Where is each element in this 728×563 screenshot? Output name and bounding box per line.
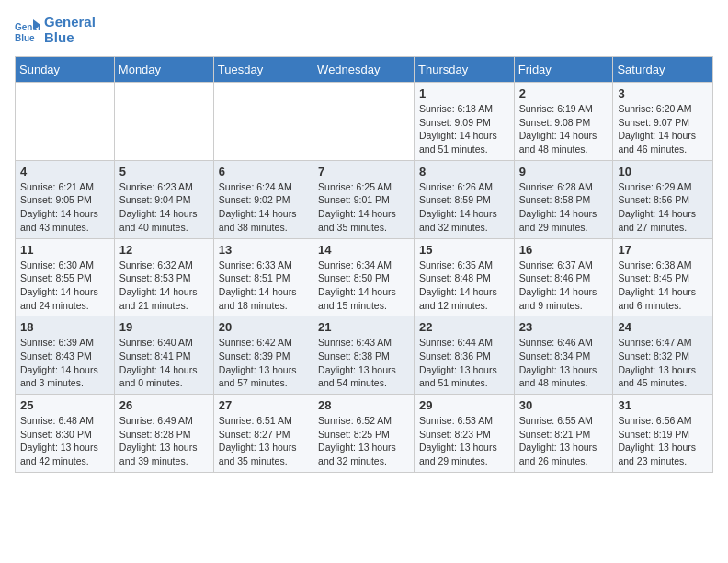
day-cell: [313, 83, 415, 161]
svg-text:Blue: Blue: [15, 33, 35, 43]
day-cell: 26Sunrise: 6:49 AM Sunset: 8:28 PM Dayli…: [114, 395, 213, 473]
logo-icon: General Blue: [15, 17, 40, 43]
day-cell: 18Sunrise: 6:39 AM Sunset: 8:43 PM Dayli…: [16, 316, 115, 395]
day-cell: 3Sunrise: 6:20 AM Sunset: 9:07 PM Daylig…: [613, 83, 713, 161]
day-number: 13: [219, 243, 308, 257]
day-number: 17: [618, 243, 708, 257]
day-number: 10: [618, 165, 708, 178]
day-number: 30: [519, 398, 609, 412]
week-row-3: 11Sunrise: 6:30 AM Sunset: 8:55 PM Dayli…: [16, 238, 713, 316]
day-cell: [114, 83, 213, 161]
day-cell: 8Sunrise: 6:26 AM Sunset: 8:59 PM Daylig…: [415, 160, 515, 238]
day-cell: 5Sunrise: 6:23 AM Sunset: 9:04 PM Daylig…: [114, 160, 213, 238]
day-info: Sunrise: 6:33 AM Sunset: 8:51 PM Dayligh…: [219, 259, 308, 313]
day-info: Sunrise: 6:55 AM Sunset: 8:21 PM Dayligh…: [519, 414, 609, 468]
day-info: Sunrise: 6:39 AM Sunset: 8:43 PM Dayligh…: [20, 336, 109, 390]
day-info: Sunrise: 6:40 AM Sunset: 8:41 PM Dayligh…: [119, 336, 209, 390]
day-number: 20: [219, 320, 308, 334]
day-number: 3: [618, 86, 708, 100]
day-number: 1: [419, 86, 509, 100]
day-number: 11: [20, 243, 109, 257]
day-number: 25: [20, 398, 109, 412]
day-number: 8: [419, 165, 509, 178]
week-row-5: 25Sunrise: 6:48 AM Sunset: 8:30 PM Dayli…: [16, 395, 713, 473]
day-cell: 16Sunrise: 6:37 AM Sunset: 8:46 PM Dayli…: [514, 238, 613, 316]
day-info: Sunrise: 6:44 AM Sunset: 8:36 PM Dayligh…: [419, 336, 509, 390]
day-info: Sunrise: 6:28 AM Sunset: 8:58 PM Dayligh…: [519, 180, 609, 235]
day-info: Sunrise: 6:29 AM Sunset: 8:56 PM Dayligh…: [618, 180, 708, 235]
day-cell: 20Sunrise: 6:42 AM Sunset: 8:39 PM Dayli…: [213, 316, 313, 395]
day-cell: 29Sunrise: 6:53 AM Sunset: 8:23 PM Dayli…: [415, 395, 515, 473]
day-cell: 2Sunrise: 6:19 AM Sunset: 9:08 PM Daylig…: [514, 83, 613, 161]
day-info: Sunrise: 6:35 AM Sunset: 8:48 PM Dayligh…: [419, 259, 509, 313]
day-number: 27: [219, 398, 308, 412]
day-cell: 10Sunrise: 6:29 AM Sunset: 8:56 PM Dayli…: [613, 160, 713, 238]
day-info: Sunrise: 6:43 AM Sunset: 8:38 PM Dayligh…: [318, 336, 409, 390]
weekday-header-thursday: Thursday: [415, 57, 515, 83]
day-number: 24: [618, 320, 708, 334]
day-number: 26: [119, 398, 209, 412]
day-number: 5: [119, 165, 209, 178]
day-number: 21: [318, 320, 409, 334]
calendar-table: SundayMondayTuesdayWednesdayThursdayFrid…: [15, 56, 713, 473]
day-cell: 15Sunrise: 6:35 AM Sunset: 8:48 PM Dayli…: [415, 238, 515, 316]
day-cell: 17Sunrise: 6:38 AM Sunset: 8:45 PM Dayli…: [613, 238, 713, 316]
day-cell: 23Sunrise: 6:46 AM Sunset: 8:34 PM Dayli…: [514, 316, 613, 395]
logo-line1: General: [44, 15, 96, 30]
day-info: Sunrise: 6:47 AM Sunset: 8:32 PM Dayligh…: [618, 336, 708, 390]
weekday-header-friday: Friday: [514, 57, 613, 83]
day-number: 2: [519, 86, 609, 100]
logo-line2: Blue: [44, 30, 96, 46]
day-info: Sunrise: 6:20 AM Sunset: 9:07 PM Dayligh…: [618, 102, 708, 156]
day-cell: 12Sunrise: 6:32 AM Sunset: 8:53 PM Dayli…: [114, 238, 213, 316]
day-number: 9: [519, 165, 609, 178]
day-info: Sunrise: 6:56 AM Sunset: 8:19 PM Dayligh…: [618, 414, 708, 468]
day-number: 6: [219, 165, 308, 178]
day-info: Sunrise: 6:18 AM Sunset: 9:09 PM Dayligh…: [419, 102, 509, 156]
day-cell: 30Sunrise: 6:55 AM Sunset: 8:21 PM Dayli…: [514, 395, 613, 473]
day-info: Sunrise: 6:42 AM Sunset: 8:39 PM Dayligh…: [219, 336, 308, 390]
day-cell: 11Sunrise: 6:30 AM Sunset: 8:55 PM Dayli…: [16, 238, 115, 316]
day-cell: 14Sunrise: 6:34 AM Sunset: 8:50 PM Dayli…: [313, 238, 415, 316]
day-cell: 9Sunrise: 6:28 AM Sunset: 8:58 PM Daylig…: [514, 160, 613, 238]
weekday-header-row: SundayMondayTuesdayWednesdayThursdayFrid…: [16, 57, 713, 83]
day-info: Sunrise: 6:37 AM Sunset: 8:46 PM Dayligh…: [519, 259, 609, 313]
day-info: Sunrise: 6:51 AM Sunset: 8:27 PM Dayligh…: [219, 414, 308, 468]
weekday-header-wednesday: Wednesday: [313, 57, 415, 83]
day-cell: 22Sunrise: 6:44 AM Sunset: 8:36 PM Dayli…: [415, 316, 515, 395]
day-cell: 6Sunrise: 6:24 AM Sunset: 9:02 PM Daylig…: [213, 160, 313, 238]
day-info: Sunrise: 6:26 AM Sunset: 8:59 PM Dayligh…: [419, 180, 509, 235]
day-cell: 1Sunrise: 6:18 AM Sunset: 9:09 PM Daylig…: [415, 83, 515, 161]
day-number: 19: [119, 320, 209, 334]
day-info: Sunrise: 6:46 AM Sunset: 8:34 PM Dayligh…: [519, 336, 609, 390]
day-info: Sunrise: 6:49 AM Sunset: 8:28 PM Dayligh…: [119, 414, 209, 468]
day-info: Sunrise: 6:21 AM Sunset: 9:05 PM Dayligh…: [20, 180, 109, 235]
day-cell: 4Sunrise: 6:21 AM Sunset: 9:05 PM Daylig…: [16, 160, 115, 238]
day-number: 22: [419, 320, 509, 334]
day-info: Sunrise: 6:30 AM Sunset: 8:55 PM Dayligh…: [20, 259, 109, 313]
logo: General Blue General Blue: [15, 15, 96, 45]
week-row-1: 1Sunrise: 6:18 AM Sunset: 9:09 PM Daylig…: [16, 83, 713, 161]
day-number: 15: [419, 243, 509, 257]
day-number: 23: [519, 320, 609, 334]
day-cell: 13Sunrise: 6:33 AM Sunset: 8:51 PM Dayli…: [213, 238, 313, 316]
day-info: Sunrise: 6:48 AM Sunset: 8:30 PM Dayligh…: [20, 414, 109, 468]
weekday-header-saturday: Saturday: [613, 57, 713, 83]
day-info: Sunrise: 6:24 AM Sunset: 9:02 PM Dayligh…: [219, 180, 308, 235]
day-info: Sunrise: 6:52 AM Sunset: 8:25 PM Dayligh…: [318, 414, 409, 468]
day-cell: 19Sunrise: 6:40 AM Sunset: 8:41 PM Dayli…: [114, 316, 213, 395]
day-number: 18: [20, 320, 109, 334]
day-number: 4: [20, 165, 109, 178]
page-header: General Blue General Blue: [15, 15, 713, 45]
day-cell: 7Sunrise: 6:25 AM Sunset: 9:01 PM Daylig…: [313, 160, 415, 238]
day-cell: 25Sunrise: 6:48 AM Sunset: 8:30 PM Dayli…: [16, 395, 115, 473]
day-cell: 31Sunrise: 6:56 AM Sunset: 8:19 PM Dayli…: [613, 395, 713, 473]
day-cell: [16, 83, 115, 161]
day-number: 29: [419, 398, 509, 412]
day-number: 12: [119, 243, 209, 257]
week-row-4: 18Sunrise: 6:39 AM Sunset: 8:43 PM Dayli…: [16, 316, 713, 395]
weekday-header-monday: Monday: [114, 57, 213, 83]
day-cell: 21Sunrise: 6:43 AM Sunset: 8:38 PM Dayli…: [313, 316, 415, 395]
day-info: Sunrise: 6:53 AM Sunset: 8:23 PM Dayligh…: [419, 414, 509, 468]
day-cell: 28Sunrise: 6:52 AM Sunset: 8:25 PM Dayli…: [313, 395, 415, 473]
